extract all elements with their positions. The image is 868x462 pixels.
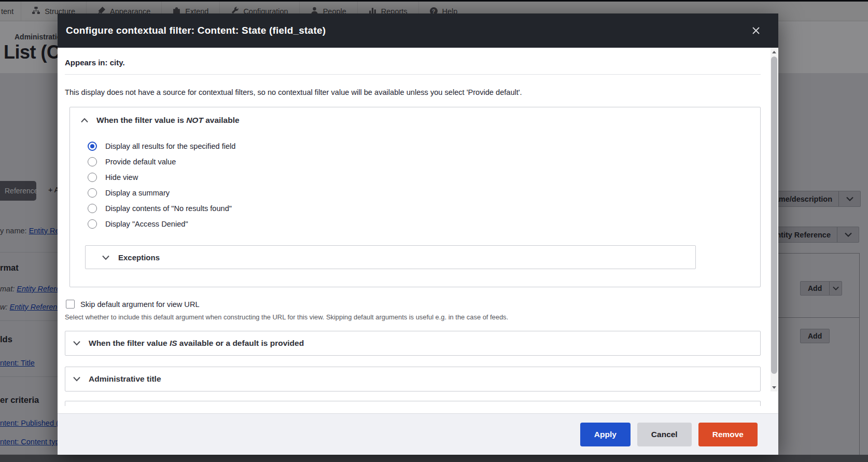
radio-display-access-denied[interactable]: Display "Access Denied"	[88, 216, 750, 232]
chevron-up-icon	[80, 116, 89, 125]
fieldset-not-available-legend[interactable]: When the filter value is NOT available	[80, 116, 750, 125]
radio-hide-view[interactable]: Hide view	[88, 170, 750, 185]
remove-button[interactable]: Remove	[698, 423, 758, 446]
radio-group-no-filter-action: Display all results for the specified fi…	[88, 138, 750, 232]
chevron-down-icon	[73, 339, 81, 348]
modal-body: Appears in: city. This display does not …	[58, 48, 778, 413]
chevron-down-icon	[102, 253, 110, 262]
fieldset-administrative-title[interactable]: Administrative title	[65, 367, 761, 391]
radio-display-all-results[interactable]: Display all results for the specified fi…	[88, 138, 750, 154]
appears-in-text: Appears in: city.	[65, 58, 761, 67]
skip-default-argument-checkbox[interactable]	[66, 300, 75, 309]
legend-text: When the filter value is NOT available	[96, 116, 240, 125]
radio-provide-default-value[interactable]: Provide default value	[88, 154, 750, 170]
divider	[65, 74, 761, 75]
modal-footer: Apply Cancel Remove	[58, 413, 778, 455]
skip-default-argument-label: Skip default argument for view URL	[80, 300, 200, 309]
radio-display-no-results[interactable]: Display contents of "No results found"	[88, 201, 750, 216]
modal-scrollbar-track[interactable]	[771, 48, 778, 391]
cancel-button[interactable]: Cancel	[637, 423, 692, 446]
radio-button[interactable]	[88, 188, 97, 198]
skip-default-argument-description: Select whether to include this default a…	[65, 313, 761, 321]
radio-button[interactable]	[88, 157, 97, 166]
scrollbar-down-icon[interactable]	[771, 383, 778, 391]
exceptions-collapsed-fieldset[interactable]: Exceptions	[85, 245, 696, 269]
apply-button[interactable]: Apply	[580, 423, 631, 446]
skip-default-argument-row[interactable]: Skip default argument for view URL	[66, 300, 761, 309]
radio-button[interactable]	[88, 219, 97, 229]
modal-header: Configure contextual filter: Content: St…	[58, 13, 778, 48]
configure-contextual-filter-modal: Configure contextual filter: Content: St…	[58, 13, 778, 455]
fieldset-partially-visible	[65, 401, 761, 406]
administrative-title-label: Administrative title	[89, 374, 161, 384]
modal-title: Configure contextual filter: Content: St…	[66, 25, 326, 36]
scrollbar-up-icon[interactable]	[771, 48, 778, 56]
modal-scrollbar-thumb[interactable]	[771, 57, 777, 374]
exceptions-label: Exceptions	[118, 253, 160, 262]
legend-text: When the filter value IS available or a …	[89, 339, 304, 348]
radio-button[interactable]	[88, 173, 97, 182]
chevron-down-icon	[73, 374, 81, 384]
fieldset-filter-not-available: When the filter value is NOT available D…	[69, 107, 761, 287]
fieldset-filter-is-available[interactable]: When the filter value IS available or a …	[65, 331, 761, 356]
close-icon[interactable]	[749, 24, 763, 37]
radio-display-summary[interactable]: Display a summary	[88, 185, 750, 201]
radio-button[interactable]	[88, 204, 97, 213]
modal-description: This display does not have a source for …	[65, 88, 761, 96]
radio-button-selected[interactable]	[88, 142, 97, 151]
